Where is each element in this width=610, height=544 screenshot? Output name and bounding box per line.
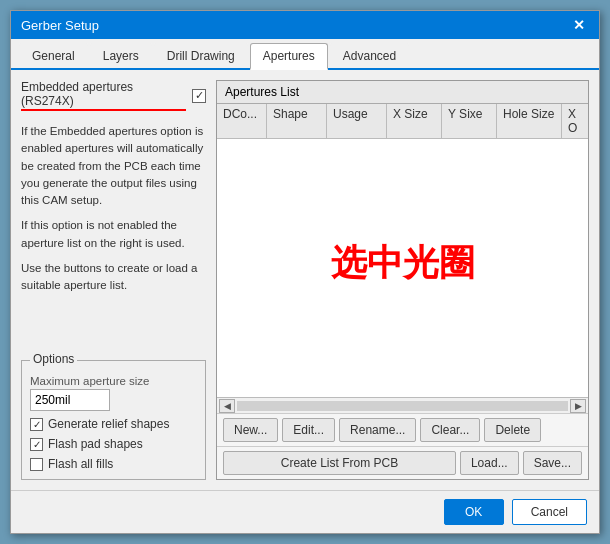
tab-drill-drawing[interactable]: Drill Drawing bbox=[154, 43, 248, 68]
watermark: 选中光圈 bbox=[331, 239, 475, 288]
delete-button[interactable]: Delete bbox=[484, 418, 541, 442]
right-panel: Apertures List DCo... Shape Usage X Size… bbox=[216, 80, 589, 480]
generate-relief-checkbox[interactable] bbox=[30, 418, 43, 431]
main-content: Embedded apertures (RS274X) If the Embed… bbox=[11, 70, 599, 490]
col-dco: DCo... bbox=[217, 104, 267, 138]
flash-pad-label: Flash pad shapes bbox=[48, 437, 143, 451]
flash-fills-checkbox[interactable] bbox=[30, 458, 43, 471]
table-header: DCo... Shape Usage X Size Y Sixe Hole Si… bbox=[217, 104, 588, 139]
max-aperture-section: Maximum aperture size bbox=[30, 375, 197, 411]
max-aperture-label: Maximum aperture size bbox=[30, 375, 197, 387]
flash-pad-checkbox[interactable] bbox=[30, 438, 43, 451]
max-aperture-input[interactable] bbox=[30, 389, 110, 411]
new-button[interactable]: New... bbox=[223, 418, 278, 442]
footer: OK Cancel bbox=[11, 490, 599, 533]
embedded-apertures-checkbox[interactable] bbox=[192, 89, 206, 103]
col-usage: Usage bbox=[327, 104, 387, 138]
flash-fills-label: Flash all fills bbox=[48, 457, 113, 471]
scroll-right-arrow[interactable]: ▶ bbox=[570, 399, 586, 413]
description-text: If the Embedded apertures option is enab… bbox=[21, 123, 206, 348]
flash-pad-row: Flash pad shapes bbox=[30, 437, 197, 451]
generate-relief-label: Generate relief shapes bbox=[48, 417, 169, 431]
embedded-apertures-row: Embedded apertures (RS274X) bbox=[21, 80, 206, 111]
tab-advanced[interactable]: Advanced bbox=[330, 43, 409, 68]
buttons-row-1: New... Edit... Rename... Clear... Delete bbox=[217, 413, 588, 446]
left-panel: Embedded apertures (RS274X) If the Embed… bbox=[21, 80, 206, 480]
gerber-setup-dialog: Gerber Setup ✕ General Layers Drill Draw… bbox=[10, 10, 600, 534]
rename-button[interactable]: Rename... bbox=[339, 418, 416, 442]
clear-button[interactable]: Clear... bbox=[420, 418, 480, 442]
title-bar: Gerber Setup ✕ bbox=[11, 11, 599, 39]
tab-bar: General Layers Drill Drawing Apertures A… bbox=[11, 39, 599, 70]
buttons-row-2: Create List From PCB Load... Save... bbox=[217, 446, 588, 479]
horizontal-scrollbar[interactable]: ◀ ▶ bbox=[217, 397, 588, 413]
load-button[interactable]: Load... bbox=[460, 451, 519, 475]
col-ysize: Y Sixe bbox=[442, 104, 497, 138]
options-group: Options Maximum aperture size Generate r… bbox=[21, 360, 206, 480]
edit-button[interactable]: Edit... bbox=[282, 418, 335, 442]
desc-para-3: Use the buttons to create or load a suit… bbox=[21, 260, 206, 295]
scroll-track[interactable] bbox=[237, 401, 568, 411]
flash-fills-row: Flash all fills bbox=[30, 457, 197, 471]
col-xo: X O bbox=[562, 104, 588, 138]
tab-apertures[interactable]: Apertures bbox=[250, 43, 328, 70]
cancel-button[interactable]: Cancel bbox=[512, 499, 587, 525]
dialog-title: Gerber Setup bbox=[21, 18, 99, 33]
generate-relief-row: Generate relief shapes bbox=[30, 417, 197, 431]
scroll-left-arrow[interactable]: ◀ bbox=[219, 399, 235, 413]
ok-button[interactable]: OK bbox=[444, 499, 504, 525]
col-shape: Shape bbox=[267, 104, 327, 138]
table-body: 选中光圈 bbox=[217, 139, 588, 397]
options-legend: Options bbox=[30, 352, 77, 366]
save-button[interactable]: Save... bbox=[523, 451, 582, 475]
tab-general[interactable]: General bbox=[19, 43, 88, 68]
close-button[interactable]: ✕ bbox=[569, 17, 589, 33]
apertures-list-header: Apertures List bbox=[217, 81, 588, 104]
desc-para-2: If this option is not enabled the apertu… bbox=[21, 217, 206, 252]
col-xsize: X Size bbox=[387, 104, 442, 138]
create-list-button[interactable]: Create List From PCB bbox=[223, 451, 456, 475]
tab-layers[interactable]: Layers bbox=[90, 43, 152, 68]
desc-para-1: If the Embedded apertures option is enab… bbox=[21, 123, 206, 209]
embedded-apertures-label: Embedded apertures (RS274X) bbox=[21, 80, 186, 111]
col-holesize: Hole Size bbox=[497, 104, 562, 138]
options-content: Maximum aperture size Generate relief sh… bbox=[30, 375, 197, 471]
